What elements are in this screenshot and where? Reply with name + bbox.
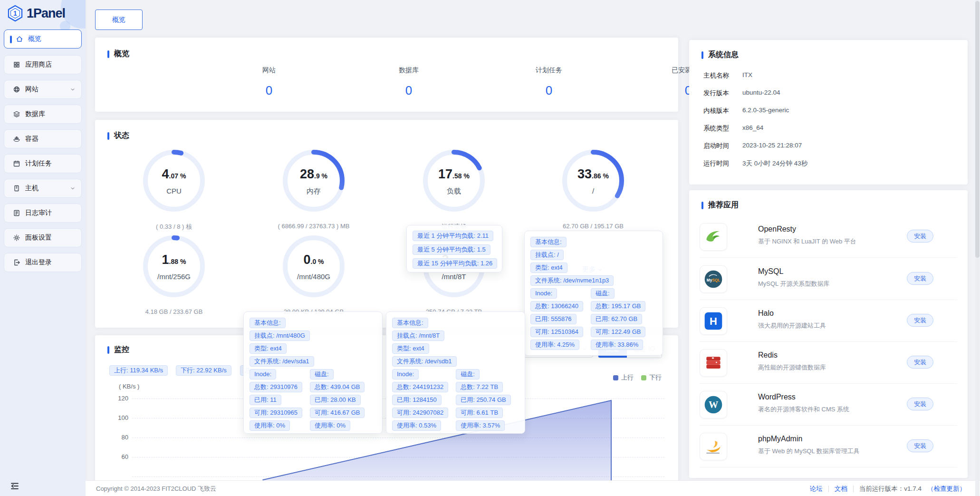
gauge-disk-mnt480g[interactable]: 0.0 % /mnt/480G 28.00 KB / 139.04 GB [278,231,349,319]
tooltip-disk-mnt480g: 基本信息: 挂载点: /mnt/480G 类型: ext4 文件系统: /dev… [243,311,383,434]
install-button[interactable]: 安装 [907,398,933,410]
overview-card: 概览 网站 0 数据库 0 计划任务 0 已安装应用 0 [95,38,678,112]
info-row-uptime: 运行时间3天 0小时 24分钟 43秒 [689,159,968,169]
stat-databases: 数据库 0 [356,66,461,98]
y-axis-unit: ( KB/s ) [119,383,139,390]
install-button[interactable]: 安装 [907,230,933,243]
svg-text:W: W [709,399,718,410]
check-update-link[interactable]: （检查更新） [927,485,966,493]
chevron-down-icon [70,87,76,92]
gauge-cpu[interactable]: 4.07 % CPU ( 0.33 / 8 ) 核 [138,145,210,233]
openresty-icon [700,223,727,251]
footer: Copyright © 2014-2023 FIT2CLOUD 飞致云 论坛 文… [86,480,980,496]
app-row-openresty: OpenResty 基于 NGINX 和 LuaJIT 的 Web 平台 安装 [689,223,968,261]
stat-value[interactable]: 0 [217,83,321,98]
sidebar-item-website[interactable]: 网站 [4,80,82,99]
sidebar-item-label: 应用商店 [25,60,52,69]
app-row-phpmyadmin: phpMyAdmin 基于 Web 的 MySQL 数据库管理工具 安装 [689,433,968,471]
sidebar: 1 1Panel 概览 应用商店 网站 数据库 容器 [0,0,86,496]
list-icon [13,209,20,217]
app-row-wordpress: W WordPress 著名的开源博客软件和 CMS 系统 安装 [689,391,968,429]
y-tick: 120 [105,395,128,402]
gauge-disk-mnt256g[interactable]: 1.88 % /mnt/256G 4.18 GB / 233.67 GB [138,231,210,319]
sidebar-item-container[interactable]: 容器 [4,129,82,148]
logo-text: 1Panel [27,6,65,21]
y-tick: 100 [105,414,128,421]
y-tick: 80 [105,434,128,441]
redis-icon [700,349,727,377]
wordpress-icon: W [700,391,727,418]
gauge-label: CPU [138,187,210,195]
tab-overview[interactable]: 概览 [95,10,143,30]
gauge-label: /mnt/8T [418,272,490,281]
stat-value[interactable]: 0 [497,83,601,98]
home-icon [16,35,23,43]
gauge-label: /mnt/480G [278,272,349,281]
sidebar-item-logs[interactable]: 日志审计 [4,204,82,223]
legend-item-down[interactable]: 下行 [641,373,662,382]
app-name: OpenResty [758,225,796,233]
gauge-label: /mnt/256G [138,272,210,281]
phpmyadmin-icon [700,433,727,460]
calendar-icon [13,160,20,167]
gridline [132,457,664,457]
legend-item-up[interactable]: 上行 [613,373,634,382]
sidebar-item-settings[interactable]: 面板设置 [4,228,82,247]
sidebar-item-database[interactable]: 数据库 [4,105,82,124]
active-indicator [10,36,12,43]
sidebar-collapse-icon[interactable] [10,481,20,491]
app-desc: 基于 Web 的 MySQL 数据库管理工具 [758,447,860,456]
globe-icon [13,86,20,93]
legend-dot [641,375,646,380]
sidebar-item-label: 数据库 [25,110,45,118]
sidebar-item-cronjob[interactable]: 计划任务 [4,154,82,173]
recommended-apps-title: 推荐应用 [701,200,739,210]
container-ship-icon [13,135,20,143]
forum-link[interactable]: 论坛 [810,485,823,493]
upstream-rate-badge: 上行: 119.34 KB/s [109,365,168,376]
status-title: 状态 [107,131,129,141]
stat-label: 计划任务 [497,66,601,75]
install-button[interactable]: 安装 [907,439,933,452]
grid-icon [13,61,20,68]
sidebar-item-overview[interactable]: 概览 [4,29,82,49]
app-name: Redis [758,351,778,360]
app-name: WordPress [758,393,796,401]
gauge-load[interactable]: 17.58 % 负载 运行流畅 [418,145,490,233]
app-row-mysql: MySQL MySQL MySQL 开源关系型数据库 安装 [689,265,968,303]
tooltip-disk-mnt8t: 基本信息: 挂载点: /mnt/8T 类型: ext4 文件系统: /dev/s… [386,311,525,434]
divider [853,486,854,492]
sidebar-item-label: 网站 [25,85,38,94]
install-button[interactable]: 安装 [907,356,933,369]
stat-websites: 网站 0 [217,66,321,98]
system-info-card: 系统信息 主机名称ITX 发行版本ubuntu-22.04 内核版本6.2.0-… [689,40,968,185]
sidebar-item-label: 计划任务 [25,159,52,168]
app-desc: 著名的开源博客软件和 CMS 系统 [758,405,849,414]
sidebar-item-logout[interactable]: 退出登录 [4,253,82,272]
downstream-rate-badge: 下行: 22.92 KB/s [176,365,231,376]
info-row-kernel: 内核版本6.2.0-35-generic [689,107,968,116]
svg-text:1: 1 [13,10,17,17]
mysql-icon: MySQL [700,265,727,293]
app-desc: 基于 NGINX 和 LuaJIT 的 Web 平台 [758,237,856,246]
gauge-caption: ( 6866.99 / 23763.73 ) MB [250,223,378,230]
docs-link[interactable]: 文档 [835,485,847,493]
gauge-disk-root[interactable]: 33.86 % / 62.70 GB / 195.17 GB [557,145,629,233]
gauge-caption: 4.18 GB / 233.67 GB [110,308,238,315]
app-row-halo: H Halo 强大易用的开源建站工具 安装 [689,307,968,345]
sidebar-item-label: 容器 [25,135,38,143]
app-logo[interactable]: 1 1Panel [7,5,65,22]
sidebar-item-label: 主机 [25,184,38,193]
sidebar-item-appstore[interactable]: 应用商店 [4,55,82,74]
scrollbar-thumb[interactable] [975,1,980,258]
app-row-redis: Redis 高性能的开源键值数据库 安装 [689,349,968,387]
install-button[interactable]: 安装 [907,272,933,285]
legend-dot [613,375,618,380]
install-button[interactable]: 安装 [907,314,933,327]
stat-value[interactable]: 0 [356,83,461,98]
app-desc: 高性能的开源键值数据库 [758,363,826,372]
info-row-hostname: 主机名称ITX [689,71,968,81]
gauge-memory[interactable]: 28.9 % 内存 ( 6866.99 / 23763.73 ) MB [278,145,349,233]
sidebar-item-host[interactable]: 主机 [4,179,82,198]
app-desc: MySQL 开源关系型数据库 [758,280,829,288]
